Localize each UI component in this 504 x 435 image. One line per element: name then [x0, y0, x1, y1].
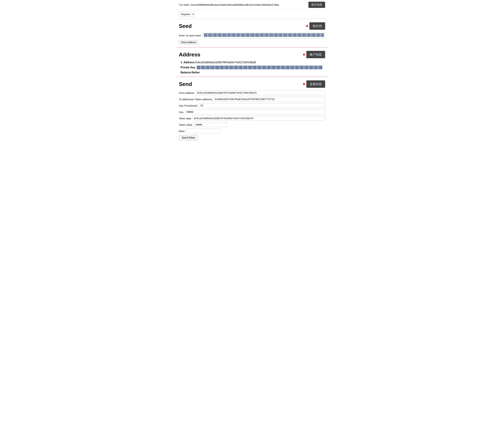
token-data-row: Token data [179, 116, 325, 121]
gas-price-input[interactable] [199, 103, 325, 108]
private-key-label: Private Key. [180, 66, 196, 69]
private-key-blurred [197, 66, 323, 69]
to-address-label: To address(or Token address) [179, 98, 212, 101]
send-badge: 交易信息 [306, 80, 325, 88]
send-ether-button[interactable]: Send Ether [179, 135, 198, 140]
address-section-title: Address [179, 52, 200, 58]
seed-blurred-display [204, 33, 324, 37]
from-address-row: From address [179, 91, 325, 95]
address-red-dot [303, 54, 305, 55]
token-value-input[interactable] [194, 122, 227, 127]
gas-input[interactable] [185, 109, 325, 114]
address-label: Address: [184, 61, 195, 64]
send-section: Send 交易信息 From address To address(or Tok… [177, 77, 327, 143]
txn-hash-bar: Txn hash: 0xc2c906fd6606388cda1918a0c590… [177, 0, 327, 10]
token-value-label: Token value [179, 123, 192, 126]
ether-label: Ether [179, 130, 185, 133]
address-index: 1. [180, 61, 183, 64]
send-section-title: Send [179, 81, 192, 87]
network-select[interactable]: Ropsten Mainnet Kovan Rinkeby [179, 12, 195, 17]
address-badge: 账户信息 [306, 51, 325, 58]
token-data-label: Token data [179, 117, 191, 120]
seed-red-dot [306, 25, 308, 27]
address-item: 1. Address:0x9ca53a80ebd1d28b78f43a50e74… [179, 61, 325, 74]
ether-input[interactable] [186, 129, 220, 133]
private-key-line: Private Key. [180, 66, 324, 69]
address-section-header: Address 账户信息 [179, 51, 325, 58]
gas-price-label: Gas Price(Gwei) [179, 104, 197, 107]
to-address-input[interactable] [213, 97, 325, 101]
address-value: 0x9ca53a80ebd1d28b78f43a50e74e527284196a… [195, 61, 256, 64]
network-bar: Ropsten Mainnet Kovan Rinkeby [177, 10, 327, 19]
txn-hash-text: Txn hash: 0xc2c906fd6606388cda1918a0c590… [179, 3, 307, 6]
txn-tooltip-badge: 提示信息 [308, 2, 325, 8]
balance-line: Balance:0ether [180, 71, 324, 74]
seed-input-row: Enter 12-word seed [179, 32, 325, 38]
seed-section-header: Seed 助记词 [179, 22, 325, 30]
send-form: From address To address(or Token address… [179, 91, 325, 140]
from-address-input[interactable] [196, 91, 325, 95]
seed-badge: 助记词 [309, 22, 325, 30]
address-badge-area: 账户信息 [303, 51, 325, 58]
send-section-header: Send 交易信息 [179, 80, 325, 88]
balance-value: 0ether [192, 71, 200, 74]
seed-badge-area: 助记词 [306, 22, 325, 30]
to-address-row: To address(or Token address) [179, 97, 325, 101]
gas-label: Gas [179, 111, 184, 113]
seed-input-label: Enter 12-word seed [179, 34, 201, 37]
send-red-dot [303, 83, 305, 85]
address-section: Address 账户信息 1. Address:0x9ca53a80ebd1d2… [177, 47, 327, 77]
token-value-row: Token value [179, 122, 325, 127]
balance-label: Balance: [180, 71, 192, 74]
send-badge-area: 交易信息 [303, 80, 325, 88]
show-address-button[interactable]: Show Address [179, 40, 198, 45]
ether-row: Ether [179, 129, 325, 133]
address-line: 1. Address:0x9ca53a80ebd1d28b78f43a50e74… [180, 61, 324, 64]
gas-row: Gas [179, 109, 325, 114]
seed-section-title: Seed [179, 23, 192, 29]
seed-section: Seed 助记词 Enter 12-word seed Show Address [177, 19, 327, 47]
from-address-label: From address [179, 91, 194, 94]
token-data-input[interactable] [192, 116, 325, 121]
gas-price-row: Gas Price(Gwei) [179, 103, 325, 108]
